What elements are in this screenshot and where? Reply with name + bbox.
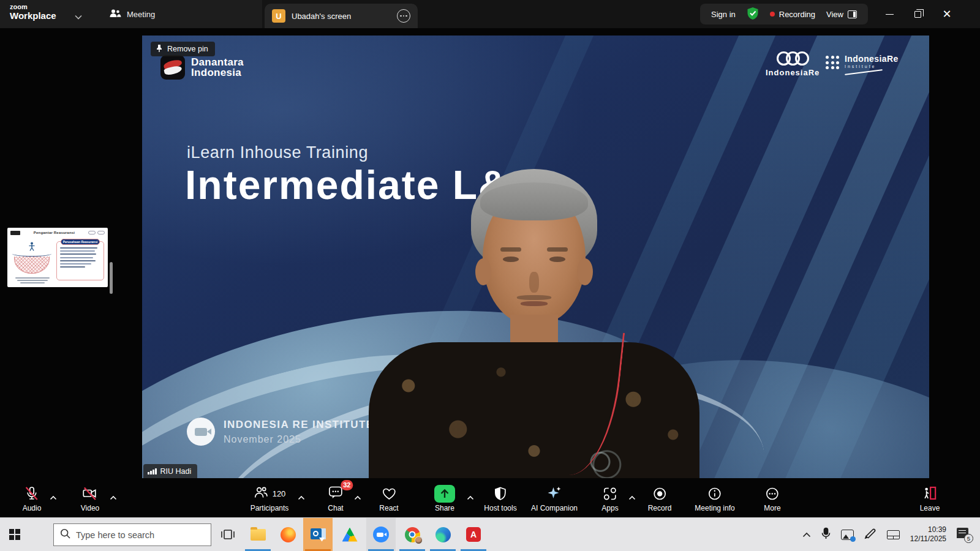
video-label: Video: [81, 504, 99, 512]
participant-name-tag: RIU Hadi: [143, 464, 197, 478]
remove-pin-button[interactable]: Remove pin: [151, 42, 215, 56]
apps-button[interactable]: Apps: [601, 485, 618, 512]
danantara-logo: Danantara Indonesia: [160, 55, 244, 80]
leave-label: Leave: [920, 504, 940, 512]
camera-muted-icon: [82, 485, 98, 502]
host-tools-button[interactable]: Host tools: [484, 485, 516, 512]
ai-sparkle-icon: [546, 485, 562, 502]
host-tools-label: Host tools: [484, 504, 516, 512]
share-screen-icon: [434, 485, 455, 503]
titlebar-controls-pill: Sign in Recording View: [700, 4, 868, 24]
google-drive-button[interactable]: [335, 518, 364, 551]
window-restore-button[interactable]: [908, 5, 927, 23]
thumbnail-safety-net: [14, 257, 50, 274]
zoom-app-icon: [373, 527, 389, 542]
participants-icon: [254, 485, 269, 503]
audio-label: Audio: [23, 504, 42, 512]
video-camera-badge-icon: [187, 418, 215, 446]
edge-icon: [435, 527, 451, 542]
danantara-flag-icon: [160, 55, 185, 80]
tray-pen-icon[interactable]: [864, 527, 876, 542]
meeting-info-button[interactable]: Meeting info: [695, 485, 734, 512]
recording-label: Recording: [779, 10, 815, 19]
heart-icon: [381, 485, 397, 502]
record-button[interactable]: Record: [648, 485, 672, 512]
more-button[interactable]: More: [764, 485, 780, 512]
taskbar-search[interactable]: [53, 523, 211, 546]
audio-button[interactable]: Audio: [23, 485, 42, 512]
file-explorer-button[interactable]: [243, 518, 273, 551]
pin-icon: [156, 44, 163, 54]
ai-companion-button[interactable]: AI Companion: [531, 485, 578, 512]
zoom-titlebar: zoom Workplace Meeting U Ubadah's screen…: [0, 0, 980, 28]
taskbar-clock[interactable]: 10:39 12/11/2025: [910, 525, 946, 544]
record-icon: [652, 485, 668, 502]
connection-bars-icon: [148, 468, 157, 474]
workspace-chevron-down-icon[interactable]: [75, 11, 82, 22]
search-input[interactable]: [76, 530, 198, 540]
participants-button[interactable]: 120 Participants: [251, 485, 289, 512]
speaker-batik-shirt: [369, 342, 699, 478]
share-button[interactable]: Share: [434, 485, 455, 512]
video-button[interactable]: Video: [81, 485, 99, 512]
chat-button[interactable]: 32 Chat: [328, 485, 343, 512]
indonesiare-circles-icon: [766, 51, 820, 66]
start-button[interactable]: [0, 518, 29, 551]
tray-photos-icon[interactable]: [841, 530, 854, 540]
info-icon: [707, 485, 723, 502]
react-button[interactable]: React: [379, 485, 398, 512]
leave-door-icon: [922, 485, 938, 502]
firefox-button[interactable]: [273, 518, 303, 551]
tab-options-ellipsis-icon[interactable]: [397, 9, 410, 23]
chrome-icon: [405, 527, 420, 542]
view-button[interactable]: View: [826, 10, 857, 19]
security-shield-icon[interactable]: [747, 7, 759, 22]
thumbnail-caption-lines: [13, 277, 51, 283]
participants-options-chevron[interactable]: [298, 492, 305, 503]
chat-bubble-icon: 32: [328, 485, 343, 503]
window-close-button[interactable]: ✕: [938, 5, 956, 23]
apps-options-chevron[interactable]: [629, 492, 636, 503]
outlook-button[interactable]: [303, 518, 333, 551]
tray-touchpad-icon[interactable]: [887, 530, 900, 539]
video-options-chevron[interactable]: [110, 492, 117, 503]
tab-ubadah-screen[interactable]: U Ubadah's screen: [265, 4, 418, 28]
filmstrip-scrollbar[interactable]: [110, 262, 113, 294]
clock-date: 12/11/2025: [910, 534, 946, 544]
share-label: Share: [435, 504, 454, 512]
acrobat-icon: A: [466, 527, 481, 542]
clock-time: 10:39: [910, 525, 946, 534]
leave-button[interactable]: Leave: [920, 485, 940, 512]
tray-microphone-icon[interactable]: [821, 527, 831, 542]
meeting-tab-label: Meeting: [127, 10, 155, 19]
view-label: View: [826, 10, 843, 19]
participant-name: RIU Hadi: [160, 467, 192, 476]
slide-thumbnail[interactable]: Pengantar Reasuransi Perusahaan Reasuran…: [7, 228, 108, 287]
window-minimize-button[interactable]: [880, 5, 899, 23]
tray-expand-chevron[interactable]: [802, 529, 811, 540]
thumbnail-callout-box: Perusahaan Reasuransi: [56, 241, 104, 280]
chrome-button[interactable]: [398, 518, 427, 551]
react-label: React: [379, 504, 398, 512]
sign-in-button[interactable]: Sign in: [711, 10, 736, 19]
acrobat-button[interactable]: A: [459, 518, 488, 551]
share-options-chevron[interactable]: [467, 492, 474, 503]
view-layout-icon: [848, 10, 857, 18]
remove-pin-label: Remove pin: [167, 45, 208, 53]
participants-label: Participants: [251, 504, 289, 512]
tab-meeting[interactable]: Meeting: [103, 0, 161, 28]
edge-button[interactable]: [428, 518, 458, 551]
notification-center-button[interactable]: 5: [957, 528, 971, 541]
danantara-wordmark-line2: Indonesia: [191, 67, 244, 78]
chat-options-chevron[interactable]: [355, 492, 361, 503]
audio-options-chevron[interactable]: [50, 492, 57, 503]
participants-count: 120: [273, 489, 286, 498]
screen-share-avatar: U: [272, 9, 285, 23]
recording-indicator[interactable]: Recording: [770, 10, 815, 19]
institute-wordmark: IndonesiaRe: [845, 54, 899, 64]
zoom-app-button[interactable]: [366, 518, 396, 551]
speaker-video-figure: [369, 169, 699, 478]
task-view-button[interactable]: [213, 518, 243, 551]
chrome-profile-avatar: [415, 536, 423, 544]
more-ellipsis-icon: [765, 485, 780, 502]
